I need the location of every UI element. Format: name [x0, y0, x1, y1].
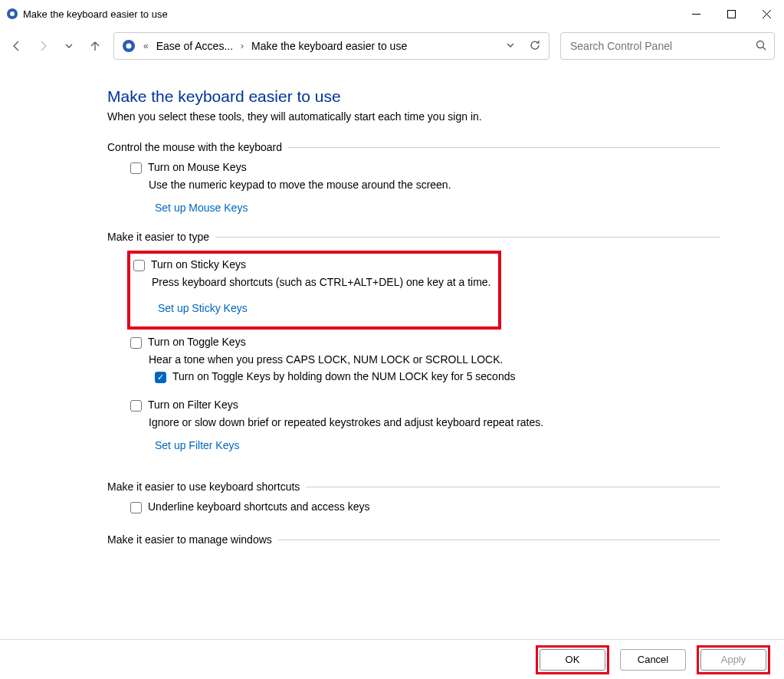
search-input[interactable]	[569, 39, 756, 53]
togglekeys-label[interactable]: Turn on Toggle Keys	[148, 336, 246, 348]
control-panel-icon	[122, 39, 136, 53]
togglekeys-numlock-label[interactable]: Turn on Toggle Keys by holding down the …	[172, 370, 515, 382]
up-button[interactable]	[87, 38, 103, 54]
search-icon[interactable]	[756, 40, 766, 53]
content-area: Make the keyboard easier to use When you…	[0, 64, 720, 599]
address-bar[interactable]: « Ease of Acces... › Make the keyboard e…	[113, 32, 549, 60]
chevron-down-icon[interactable]	[506, 41, 515, 52]
svg-point-1	[10, 11, 15, 16]
section-type-header: Make it easier to type	[107, 231, 720, 243]
stickykeys-highlight: Turn on Sticky Keys Press keyboard short…	[127, 251, 501, 330]
svg-point-7	[126, 44, 132, 49]
svg-rect-3	[727, 10, 735, 18]
close-button[interactable]	[749, 2, 784, 26]
underline-checkbox[interactable]	[130, 502, 142, 513]
content-scroll[interactable]: Make the keyboard easier to use When you…	[0, 64, 784, 639]
chevron-right-icon: ›	[239, 41, 245, 51]
section-shortcuts-header: Make it easier to use keyboard shortcuts	[107, 481, 720, 493]
filterkeys-checkbox[interactable]	[130, 400, 142, 412]
maximize-button[interactable]	[713, 2, 749, 26]
refresh-icon[interactable]	[529, 39, 541, 54]
breadcrumb-item-1[interactable]: Ease of Acces...	[156, 40, 233, 52]
recent-dropdown[interactable]	[61, 38, 77, 54]
filterkeys-label[interactable]: Turn on Filter Keys	[148, 399, 238, 411]
back-button[interactable]	[9, 38, 25, 54]
ok-button[interactable]: OK	[540, 649, 605, 671]
crumb-prefix-icon: «	[142, 41, 150, 51]
mousekeys-checkbox[interactable]	[130, 162, 142, 174]
apply-button[interactable]: Apply	[700, 649, 766, 671]
breadcrumb-item-2[interactable]: Make the keyboard easier to use	[251, 40, 407, 52]
minimize-button[interactable]	[678, 2, 713, 26]
svg-point-8	[757, 41, 764, 48]
apply-highlight: Apply	[697, 645, 770, 674]
titlebar: Make the keyboard easier to use	[0, 0, 784, 28]
page-heading: Make the keyboard easier to use	[107, 87, 720, 106]
page-subtitle: When you select these tools, they will a…	[107, 110, 720, 123]
section-windows-header: Make it easier to manage windows	[107, 533, 720, 546]
footer-bar: OK Cancel Apply	[0, 639, 784, 679]
togglekeys-desc: Hear a tone when you press CAPS LOCK, NU…	[149, 353, 685, 366]
mousekeys-setup-link[interactable]: Set up Mouse Keys	[155, 202, 248, 214]
mousekeys-label[interactable]: Turn on Mouse Keys	[148, 161, 247, 173]
filterkeys-setup-link[interactable]: Set up Filter Keys	[155, 439, 240, 451]
section-type-title: Make it easier to type	[107, 231, 215, 243]
cancel-button[interactable]: Cancel	[620, 649, 686, 671]
svg-line-9	[763, 47, 766, 50]
search-box[interactable]	[560, 32, 775, 60]
underline-label[interactable]: Underline keyboard shortcuts and access …	[148, 500, 369, 513]
togglekeys-numlock-checkbox[interactable]	[155, 372, 166, 383]
window-title: Make the keyboard easier to use	[23, 8, 168, 20]
control-panel-icon	[6, 8, 18, 20]
stickykeys-checkbox[interactable]	[133, 260, 145, 271]
section-windows-title: Make it easier to manage windows	[107, 533, 278, 546]
togglekeys-checkbox[interactable]	[130, 337, 142, 349]
stickykeys-setup-link[interactable]: Set up Sticky Keys	[158, 302, 248, 314]
mousekeys-desc: Use the numeric keypad to move the mouse…	[149, 179, 685, 191]
stickykeys-label[interactable]: Turn on Sticky Keys	[151, 258, 246, 271]
section-shortcuts-title: Make it easier to use keyboard shortcuts	[107, 481, 306, 493]
section-mouse-title: Control the mouse with the keyboard	[107, 141, 288, 153]
filterkeys-desc: Ignore or slow down brief or repeated ke…	[149, 416, 685, 428]
nav-toolbar: « Ease of Acces... › Make the keyboard e…	[0, 28, 784, 64]
section-mouse-header: Control the mouse with the keyboard	[107, 141, 720, 153]
stickykeys-desc: Press keyboard shortcuts (such as CTRL+A…	[152, 276, 495, 288]
forward-button[interactable]	[35, 38, 51, 54]
ok-highlight: OK	[536, 645, 609, 674]
